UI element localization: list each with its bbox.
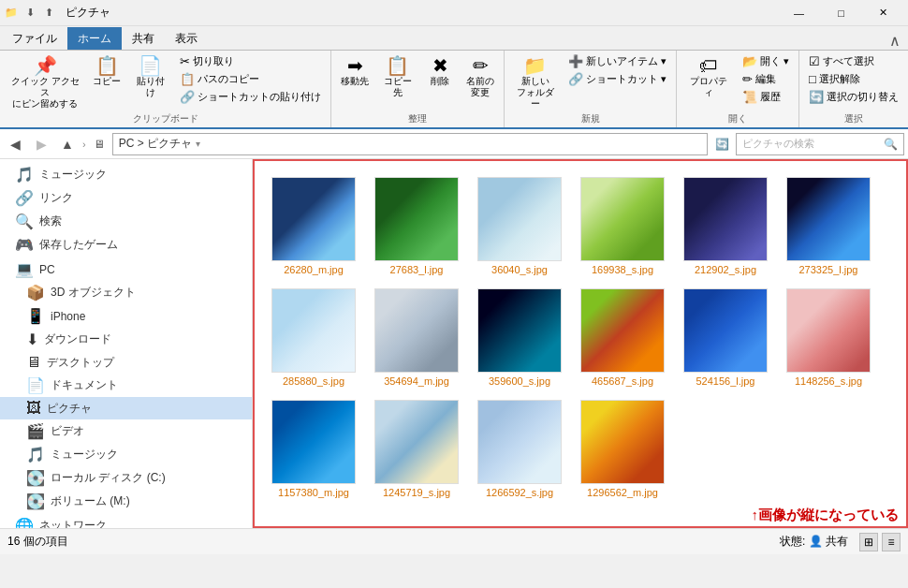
file-item[interactable]: 212902_s.jpg	[674, 169, 777, 280]
organize-items: ➡ 移動先 📋 コピー先 ✖ 削除 ✏ 名前の変更	[335, 52, 500, 112]
sidebar-item-video[interactable]: 🎬 ビデオ	[0, 419, 252, 443]
select-all-icon: ☑	[809, 54, 820, 68]
forward-button[interactable]: ▶	[30, 133, 52, 155]
ribbon-group-open: 🏷 プロパティ 📂開く ▾ ✏編集 📜履歴 開く	[677, 51, 799, 127]
file-item[interactable]: 169938_s.jpg	[571, 169, 674, 280]
file-name: 524156_l.jpg	[696, 375, 754, 387]
file-item[interactable]: 354694_m.jpg	[365, 280, 468, 391]
deselect-button[interactable]: □選択解除	[803, 70, 904, 88]
new-item-button[interactable]: ➕新しいアイテム ▾	[563, 52, 672, 70]
file-item[interactable]: 1245719_s.jpg	[365, 391, 468, 503]
tab-file[interactable]: ファイル	[2, 27, 67, 50]
tab-view[interactable]: 表示	[165, 27, 208, 50]
title-bar-up-icon[interactable]: ⬆	[41, 6, 56, 21]
sidebar-item-downloads[interactable]: ⬇ ダウンロード	[0, 328, 252, 351]
copy-icon: 📋	[95, 55, 119, 76]
view-list-button[interactable]: ≡	[882, 533, 901, 551]
sidebar-item-label: ローカル ディスク (C:)	[51, 470, 166, 486]
file-item[interactable]: 26280_m.jpg	[262, 169, 365, 280]
file-item[interactable]: 27683_l.jpg	[365, 169, 468, 280]
rename-button[interactable]: ✏ 名前の変更	[461, 52, 500, 101]
cut-icon: ✂	[180, 54, 190, 68]
ribbon-group-select: ☑すべて選択 □選択解除 🔄選択の切り替え 選択	[799, 51, 908, 127]
file-item[interactable]: 1148256_s.jpg	[777, 280, 880, 391]
cut-button[interactable]: ✂切り取り	[174, 52, 327, 70]
tab-share[interactable]: 共有	[122, 27, 165, 50]
breadcrumb-arrow: ›	[82, 139, 86, 150]
file-name: 212902_s.jpg	[695, 264, 756, 275]
path-dropdown-icon[interactable]: ▾	[196, 139, 200, 149]
ribbon-collapse-button[interactable]: ∧	[889, 32, 908, 50]
refresh-button[interactable]: 🔄	[711, 134, 732, 154]
sidebar-item-label: ボリューム (M:)	[51, 493, 130, 509]
title-bar-folder-icon: 📁	[4, 6, 19, 21]
back-button[interactable]: ◀	[4, 133, 26, 155]
move-to-button[interactable]: ➡ 移動先	[335, 52, 374, 90]
close-button[interactable]: ✕	[862, 0, 904, 26]
file-item[interactable]: 1157380_m.jpg	[262, 391, 365, 503]
paste-button[interactable]: 📄 貼り付け	[127, 52, 173, 101]
sidebar-item-network[interactable]: 🌐 ネットワーク	[0, 514, 252, 528]
pictures-icon: 🖼	[26, 400, 41, 417]
minimize-button[interactable]: —	[778, 0, 820, 26]
tab-home[interactable]: ホーム	[67, 27, 122, 50]
sidebar-item-music-top[interactable]: 🎵 ミュージック	[0, 163, 252, 186]
select-small-buttons: ☑すべて選択 □選択解除 🔄選択の切り替え	[803, 52, 904, 106]
invert-selection-button[interactable]: 🔄選択の切り替え	[803, 88, 904, 106]
paste-shortcut-button[interactable]: 🔗ショートカットの貼り付け	[174, 88, 327, 106]
main-layout: 🎵 ミュージック 🔗 リンク 🔍 検索 🎮 保存したゲーム 💻 PC 📦 3D …	[0, 159, 908, 528]
file-item[interactable]: 524156_l.jpg	[674, 280, 777, 391]
file-view[interactable]: 26280_m.jpg27683_l.jpg36040_s.jpg169938_…	[253, 159, 908, 528]
title-bar-down-icon[interactable]: ⬇	[22, 6, 37, 21]
sidebar-item-documents[interactable]: 📄 ドキュメント	[0, 374, 252, 397]
iphone-icon: 📱	[26, 307, 45, 325]
pin-button[interactable]: 📌 クイック アクセスにピン留めする	[4, 52, 86, 112]
copy-button[interactable]: 📋 コピー	[87, 52, 126, 90]
file-item[interactable]: 359600_s.jpg	[468, 280, 571, 391]
search-side-icon: 🔍	[15, 213, 34, 230]
file-item[interactable]: 1266592_s.jpg	[468, 391, 571, 503]
sidebar-item-savedgames[interactable]: 🎮 保存したゲーム	[0, 233, 252, 257]
file-item[interactable]: 465687_s.jpg	[571, 280, 674, 391]
file-item[interactable]: 1296562_m.jpg	[571, 391, 674, 503]
copy-to-button[interactable]: 📋 コピー先	[375, 52, 419, 101]
search-placeholder: ピクチャの検索	[742, 137, 814, 151]
edit-button[interactable]: ✏編集	[737, 70, 795, 88]
sidebar-item-pc[interactable]: 💻 PC	[0, 257, 252, 281]
sidebar-item-local-disk[interactable]: 💽 ローカル ディスク (C:)	[0, 466, 252, 490]
file-item[interactable]: 273325_l.jpg	[777, 169, 880, 280]
maximize-button[interactable]: □	[820, 0, 862, 26]
copy-path-button[interactable]: 📋パスのコピー	[174, 70, 327, 88]
delete-button[interactable]: ✖ 削除	[420, 52, 460, 90]
properties-button[interactable]: 🏷 プロパティ	[681, 52, 736, 101]
search-icon[interactable]: 🔍	[884, 138, 898, 151]
select-all-button[interactable]: ☑すべて選択	[803, 52, 904, 70]
sidebar-item-iphone[interactable]: 📱 iPhone	[0, 304, 252, 328]
sidebar-item-desktop[interactable]: 🖥 デスクトップ	[0, 351, 252, 374]
file-item[interactable]: 285880_s.jpg	[262, 280, 365, 391]
new-folder-button[interactable]: 📁 新しいフォルダー	[508, 52, 562, 112]
search-box[interactable]: ピクチャの検索 🔍	[736, 133, 904, 155]
view-large-icons-button[interactable]: ⊞	[859, 533, 878, 551]
sidebar-item-search[interactable]: 🔍 検索	[0, 210, 252, 233]
file-name: 1245719_s.jpg	[383, 487, 450, 498]
clipboard-small-buttons: ✂切り取り 📋パスのコピー 🔗ショートカットの貼り付け	[174, 52, 327, 106]
sidebar-item-pictures[interactable]: 🖼 ピクチャ	[0, 397, 252, 419]
organize-label: 整理	[335, 112, 500, 127]
sidebar-item-label: 検索	[39, 213, 62, 229]
up-button[interactable]: ▲	[56, 133, 79, 155]
sidebar-item-3dobjects[interactable]: 📦 3D オブジェクト	[0, 281, 252, 304]
shortcut-button[interactable]: 🔗ショートカット ▾	[563, 70, 672, 88]
file-name: 273325_l.jpg	[798, 264, 857, 275]
address-path[interactable]: PC > ピクチャ ▾	[112, 133, 708, 155]
sidebar-item-links[interactable]: 🔗 リンク	[0, 186, 252, 210]
sidebar-item-label: リンク	[39, 190, 73, 206]
sidebar-item-volume[interactable]: 💽 ボリューム (M:)	[0, 490, 252, 513]
open-button[interactable]: 📂開く ▾	[737, 52, 795, 70]
history-button[interactable]: 📜履歴	[737, 88, 795, 106]
file-name: 169938_s.jpg	[592, 264, 653, 275]
file-item[interactable]: 36040_s.jpg	[468, 169, 571, 280]
file-name: 27683_l.jpg	[390, 264, 444, 275]
sidebar-item-music[interactable]: 🎵 ミュージック	[0, 443, 252, 466]
3dobjects-icon: 📦	[26, 284, 45, 301]
